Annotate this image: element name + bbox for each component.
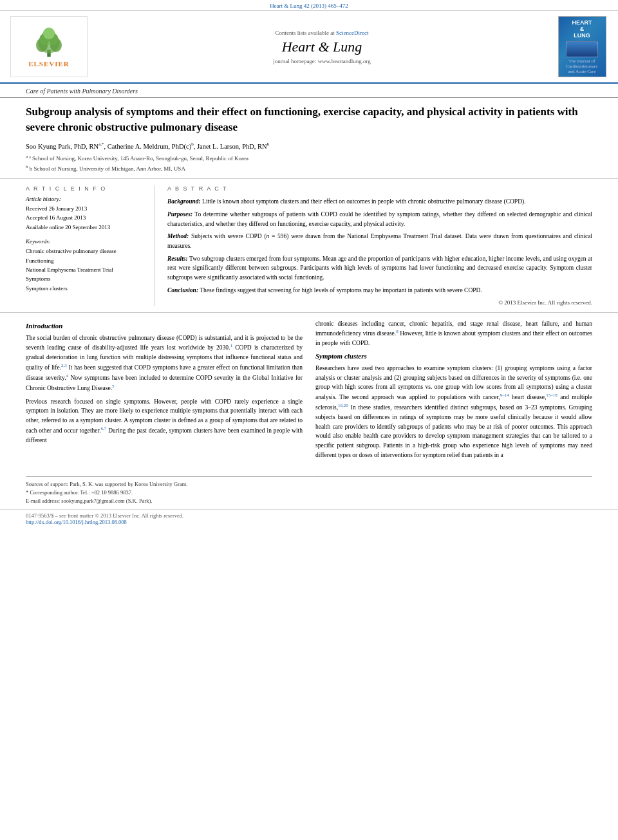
section-label-text: Care of Patients with Pulmonary Disorder… <box>26 88 138 95</box>
body-left-column: Introduction The social burden of chroni… <box>26 319 303 464</box>
symptom-clusters-heading: Symptom clusters <box>315 352 592 360</box>
method-text: Subjects with severe COPD (n = 596) were… <box>167 233 592 249</box>
keyword-2: Functioning <box>26 256 144 265</box>
elsevier-logo: ELSEVIER <box>28 26 70 68</box>
abstract-conclusion: Conclusion: These findings suggest that … <box>167 286 592 295</box>
authors-line: Soo Kyung Park, PhD, RNa,*, Catherine A.… <box>26 142 592 150</box>
affil-a: a ª School of Nursing, Korea University,… <box>26 153 592 163</box>
ref-15-18: 15–18 <box>546 393 557 398</box>
body-content: Introduction The social burden of chroni… <box>0 313 618 471</box>
article-title-area: Subgroup analysis of symptoms and their … <box>0 98 618 179</box>
journal-cover-image: HEART&LUNG The Journal ofCardiopulmonary… <box>558 16 606 77</box>
results-label: Results: <box>167 256 188 262</box>
conclusion-text: These findings suggest that screening fo… <box>200 287 482 294</box>
footnote-support: Sources of support: Park, S. K. was supp… <box>26 480 592 489</box>
homepage-url[interactable]: www.heartandlung.org <box>318 58 371 64</box>
abstract-background: Background: Little is known about sympto… <box>167 197 592 207</box>
conclusion-label: Conclusion: <box>167 287 198 294</box>
journal-thumbnail: HEART&LUNG The Journal ofCardiopulmonary… <box>556 16 608 77</box>
ref-5: 5 <box>112 384 115 389</box>
keyword-1: Chronic obstructive pulmonary disease <box>26 247 144 256</box>
elsevier-wordmark: ELSEVIER <box>28 60 70 68</box>
journal-homepage: journal homepage: www.heartandlung.org <box>273 58 371 64</box>
keyword-5: Symptom clusters <box>26 284 144 293</box>
ref-6-7: 6,7 <box>101 426 107 431</box>
affiliations: a ª School of Nursing, Korea University,… <box>26 153 592 173</box>
article-info-abstract-section: A R T I C L E I N F O Article history: R… <box>0 179 618 312</box>
body-two-col: Introduction The social burden of chroni… <box>26 319 592 464</box>
section-label-area: Care of Patients with Pulmonary Disorder… <box>0 84 618 98</box>
abstract-method: Method: Subjects with severe COPD (n = 5… <box>167 232 592 250</box>
available-date: Available online 20 September 2013 <box>26 223 144 232</box>
email-label: E-mail address: <box>26 498 60 504</box>
sciencedirect-link[interactable]: ScienceDirect <box>336 30 368 36</box>
footnotes: Sources of support: Park, S. K. was supp… <box>26 476 592 505</box>
affil-b: b b School of Nursing, University of Mic… <box>26 163 592 174</box>
copyright-line: © 2013 Elsevier Inc. All rights reserved… <box>167 299 592 306</box>
abstract-purposes: Purposes: To determine whether subgroups… <box>167 210 592 229</box>
article-history: Article history: Received 26 January 201… <box>26 196 144 232</box>
purposes-text: To determine whether subgroups of patien… <box>167 211 592 227</box>
method-label: Method: <box>167 233 189 239</box>
journal-header: ELSEVIER Contents lists available at Sci… <box>0 11 618 84</box>
intro-para-1: The social burden of chronic obstructive… <box>26 333 303 393</box>
background-text: Little is known about symptom clusters a… <box>202 198 525 205</box>
ref-2-3: 2,3 <box>61 363 67 368</box>
abstract-column: A B S T R A C T Background: Little is kn… <box>167 185 592 305</box>
bottom-bar: 0147-9563/$ – see front matter © 2013 El… <box>0 509 618 528</box>
svg-point-7 <box>43 27 55 39</box>
body-right-column: chronic diseases including cancer, chron… <box>315 319 592 464</box>
article-title: Subgroup analysis of symptoms and their … <box>26 104 592 135</box>
article-info-column: A R T I C L E I N F O Article history: R… <box>26 185 154 305</box>
journal-title-area: Contents lists available at ScienceDirec… <box>94 16 550 77</box>
abstract-heading: A B S T R A C T <box>167 185 592 192</box>
page: Heart & Lung 42 (2013) 465–472 ELSEVIER <box>0 0 618 528</box>
accepted-date: Accepted 16 August 2013 <box>26 213 144 222</box>
ref-9-14: 9–14 <box>500 393 509 398</box>
history-title: Article history: <box>26 196 144 202</box>
right-para-2: Researchers have used two approaches to … <box>315 364 592 460</box>
introduction-heading: Introduction <box>26 322 303 330</box>
keywords-section: Keywords: Chronic obstructive pulmonary … <box>26 238 144 293</box>
doi-link[interactable]: http://dx.doi.org/10.1016/j.hrtlng.2013.… <box>26 519 127 525</box>
keyword-3: National Emphysema Treatment Trial <box>26 265 144 274</box>
journal-reference: Heart & Lung 42 (2013) 465–472 <box>270 3 348 9</box>
background-label: Background: <box>167 198 201 205</box>
results-text: Two subgroup clusters emerged from four … <box>167 256 592 281</box>
email-value[interactable]: sookyung.park7@gmail.com (S.K. Park). <box>61 498 152 504</box>
ref-1: 1 <box>230 343 232 348</box>
ref-19-20: 19,20 <box>338 403 348 408</box>
elsevier-tree-icon <box>30 26 68 59</box>
intro-para-2: Previous research focused on single symp… <box>26 397 303 445</box>
footnote-email: E-mail address: sookyung.park7@gmail.com… <box>26 497 592 505</box>
keywords-title: Keywords: <box>26 238 144 245</box>
footnote-corresponding: * Corresponding author. Tel.: +82 10 988… <box>26 489 592 497</box>
right-para-1: chronic diseases including cancer, chron… <box>315 319 592 348</box>
sciencedirect-label: Contents lists available at <box>276 30 335 36</box>
sciencedirect-line: Contents lists available at ScienceDirec… <box>276 30 369 36</box>
journal-title: Heart & Lung <box>282 39 362 55</box>
homepage-label: journal homepage: <box>273 58 316 64</box>
abstract-results: Results: Two subgroup clusters emerged f… <box>167 254 592 283</box>
journal-reference-bar: Heart & Lung 42 (2013) 465–472 <box>0 0 618 11</box>
article-info-heading: A R T I C L E I N F O <box>26 185 144 192</box>
issn-line: 0147-9563/$ – see front matter © 2013 El… <box>26 512 592 519</box>
keyword-4: Symptoms <box>26 274 144 283</box>
elsevier-logo-area: ELSEVIER <box>10 16 88 77</box>
doi-line: http://dx.doi.org/10.1016/j.hrtlng.2013.… <box>26 519 592 525</box>
ref-4: 4 <box>66 373 69 378</box>
received-date: Received 26 January 2013 <box>26 204 144 213</box>
ref-8: 8 <box>396 329 398 334</box>
purposes-label: Purposes: <box>167 211 192 218</box>
